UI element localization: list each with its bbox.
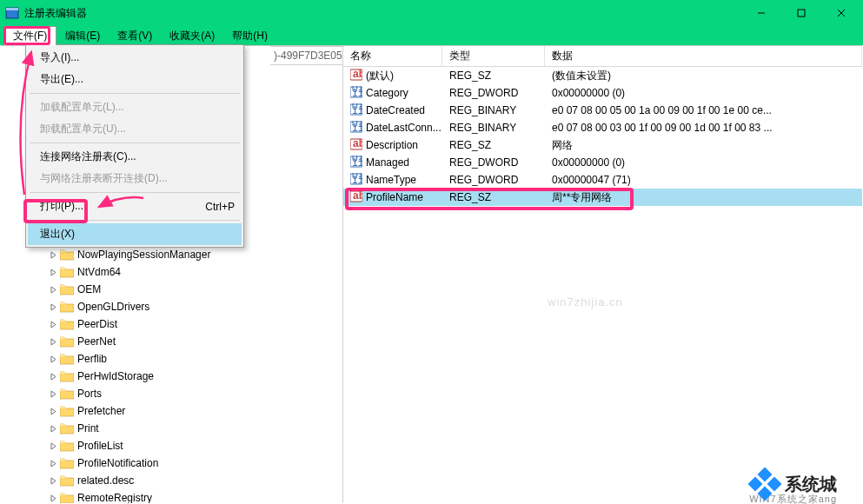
tree-item-label: PeerNet [77, 335, 116, 348]
value-type-icon: 011110 [350, 173, 362, 188]
tree-item[interactable]: OEM [25, 281, 342, 298]
menu-file[interactable]: 文件(F) [3, 26, 56, 45]
menu-connect-network[interactable]: 连接网络注册表(C)... [28, 146, 242, 168]
tree-item-label: PeerDist [77, 318, 117, 330]
value-type: REG_DWORD [442, 156, 545, 169]
value-type: REG_BINARY [442, 122, 545, 134]
window-title: 注册表编辑器 [24, 6, 87, 21]
tree-item[interactable]: NtVdm64 [25, 263, 342, 281]
tree-item[interactable]: ProfileNotification [25, 454, 342, 472]
column-data[interactable]: 数据 [545, 46, 862, 66]
menu-exit[interactable]: 退出(X) [28, 223, 242, 245]
svg-text:110: 110 [352, 174, 362, 185]
expand-icon[interactable] [48, 388, 58, 399]
value-name: ProfileName [366, 191, 423, 203]
tree-item-label: Ports [77, 388, 102, 400]
value-name: (默认) [366, 69, 394, 83]
tree-item[interactable]: related.desc [25, 472, 342, 489]
menu-print[interactable]: 打印(P)...Ctrl+P [28, 196, 242, 217]
tree-item[interactable]: PeerNet [25, 333, 342, 350]
value-data: 0x00000000 (0) [545, 87, 862, 99]
tree-item[interactable]: RemoteRegistry [25, 489, 342, 503]
expand-icon[interactable] [48, 249, 58, 260]
expand-icon[interactable] [48, 267, 58, 277]
watermark-text: 系统城 [785, 473, 837, 496]
value-row[interactable]: 011110DateLastConn...REG_BINARYe0 07 08 … [343, 119, 862, 136]
tree-item-label: RemoteRegistry [77, 492, 152, 503]
registry-tree[interactable]: NotificationsNowPlayingSessionManagerNtV… [1, 229, 342, 503]
value-type: REG_DWORD [442, 174, 545, 186]
tree-item-label: NtVdm64 [77, 266, 121, 278]
column-type[interactable]: 类型 [442, 46, 545, 66]
expand-icon[interactable] [48, 302, 58, 312]
value-data: 0x00000000 (0) [545, 156, 862, 169]
expand-icon[interactable] [48, 406, 58, 416]
tree-item-label: OEM [77, 283, 101, 295]
close-button[interactable] [821, 0, 861, 26]
menu-edit[interactable]: 编辑(E) [56, 27, 109, 45]
menu-export[interactable]: 导出(E)... [28, 69, 242, 90]
tree-item[interactable]: PerHwIdStorage [25, 368, 342, 385]
tree-item[interactable]: Perflib [25, 350, 342, 368]
minimize-button[interactable] [741, 0, 781, 26]
tree-item-label: ProfileNotification [77, 457, 158, 469]
expand-icon[interactable] [48, 354, 58, 364]
svg-text:ab: ab [353, 138, 362, 149]
menu-favorites[interactable]: 收藏夹(A) [161, 27, 223, 45]
svg-text:ab: ab [353, 190, 362, 202]
svg-text:110: 110 [352, 87, 362, 98]
value-type: REG_BINARY [442, 104, 545, 116]
value-row[interactable]: abDescriptionREG_SZ网络 [343, 136, 862, 154]
expand-icon[interactable] [48, 371, 58, 381]
value-data: 周**专用网络 [545, 190, 862, 205]
svg-text:110: 110 [352, 104, 362, 116]
value-row[interactable]: 011110CategoryREG_DWORD0x00000000 (0) [343, 84, 862, 102]
value-row[interactable]: 011110DateCreatedREG_BINARYe0 07 08 00 0… [343, 102, 862, 119]
value-name: DateLastConn... [366, 122, 441, 134]
value-type-icon: ab [350, 138, 362, 153]
tree-item[interactable]: Print [25, 420, 342, 437]
value-name: Category [366, 87, 408, 99]
value-type: REG_SZ [442, 70, 545, 82]
tree-item-label: Perflib [77, 353, 107, 365]
svg-text:110: 110 [352, 122, 362, 133]
tree-item[interactable]: Prefetcher [25, 402, 342, 420]
value-data: 网络 [545, 138, 862, 153]
expand-icon[interactable] [48, 475, 58, 486]
tree-item-label: Prefetcher [77, 405, 125, 417]
expand-icon[interactable] [48, 319, 58, 329]
expand-icon[interactable] [48, 423, 58, 434]
value-data: (数值未设置) [545, 69, 862, 83]
tree-item[interactable]: OpenGLDrivers [25, 298, 342, 315]
app-icon [5, 6, 19, 20]
tree-item[interactable]: NowPlayingSessionManager [25, 246, 342, 263]
menu-import[interactable]: 导入(I)... [28, 47, 242, 69]
value-name: NameType [366, 174, 416, 186]
expand-icon[interactable] [48, 336, 58, 347]
column-name[interactable]: 名称 [343, 46, 442, 66]
tree-item[interactable]: ProfileList [25, 437, 342, 454]
value-row[interactable]: 011110NameTypeREG_DWORD0x00000047 (71) [343, 171, 862, 189]
expand-icon[interactable] [48, 284, 58, 295]
expand-icon[interactable] [48, 458, 58, 468]
expand-icon[interactable] [48, 493, 58, 503]
expand-icon[interactable] [48, 441, 58, 451]
tree-item-label: NowPlayingSessionManager [77, 249, 210, 261]
maximize-button[interactable] [781, 0, 821, 26]
value-type-icon: 011110 [350, 103, 362, 118]
value-row[interactable]: ab(默认)REG_SZ(数值未设置) [343, 67, 862, 84]
watermark-logo-icon [750, 469, 780, 499]
menu-view[interactable]: 查看(V) [109, 27, 161, 45]
menu-help[interactable]: 帮助(H) [223, 27, 276, 45]
values-header[interactable]: 名称 类型 数据 [343, 46, 862, 67]
values-list[interactable]: ab(默认)REG_SZ(数值未设置)011110CategoryREG_DWO… [343, 67, 862, 206]
value-row[interactable]: 011110ManagedREG_DWORD0x00000000 (0) [343, 154, 862, 171]
tree-item[interactable]: PeerDist [25, 315, 342, 333]
tree-item[interactable]: Ports [25, 385, 342, 402]
tree-item-label: OpenGLDrivers [77, 301, 149, 313]
value-row[interactable]: abProfileNameREG_SZ周**专用网络 [343, 189, 862, 206]
value-type: REG_SZ [442, 191, 545, 203]
address-bar-fragment: )-499F7D3E0593} [270, 46, 343, 65]
value-type-icon: ab [350, 190, 362, 205]
value-data: 0x00000047 (71) [545, 174, 862, 186]
